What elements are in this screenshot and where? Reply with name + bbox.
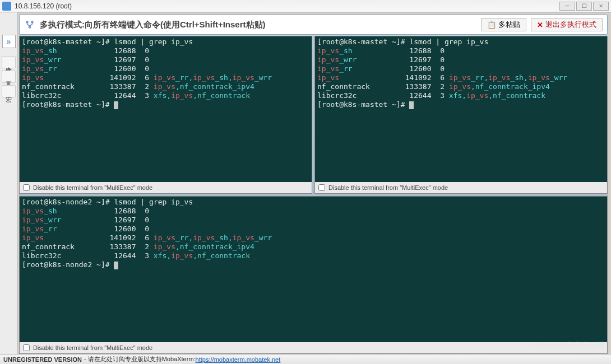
terminal-footer: Disable this terminal from "MultiExec" m… — [20, 182, 312, 193]
multi-paste-button[interactable]: 📋 多粘贴 — [481, 18, 526, 31]
terminal-pane: [root@k8s-mastet ~]# lsmod | grep ip_vs … — [19, 36, 312, 194]
terminal-output[interactable]: [root@k8s-mastet ~]# lsmod | grep ip_vs … — [315, 36, 607, 182]
status-bar: UNREGISTERED VERSION - 请在此处订阅专业版以支持MobaX… — [0, 354, 611, 364]
window-controls: ─ ☐ ✕ — [559, 2, 609, 11]
paste-icon: 📋 — [487, 21, 496, 29]
minimize-button[interactable]: ─ — [559, 2, 575, 11]
terminal-pane: [root@k8s-nonde2 ~]# lsmod | grep ip_vs … — [19, 196, 608, 354]
multi-paste-label: 多粘贴 — [498, 20, 520, 30]
terminal-pane: [root@k8s-mastet ~]# lsmod | grep ip_vs … — [314, 36, 608, 194]
sidebar-tab[interactable]: 宏 — [2, 85, 16, 97]
sidebar-tab[interactable]: 会话夹 — [2, 56, 16, 68]
sidebar-tab[interactable]: 工具 — [2, 71, 16, 83]
unregistered-label: UNREGISTERED VERSION — [3, 356, 82, 363]
fork-icon — [24, 19, 35, 30]
svg-point-2 — [29, 26, 31, 28]
maximize-button[interactable]: ☐ — [576, 2, 592, 11]
terminal-output[interactable]: [root@k8s-mastet ~]# lsmod | grep ip_vs … — [20, 36, 312, 182]
multiexec-toolbar: 多执行模式:向所有终端键入命令(使用Ctrl+Shift+Insert粘贴) 📋… — [19, 15, 608, 35]
terminal-footer: Disable this terminal from "MultiExec" m… — [315, 182, 607, 193]
expand-sidebar-button[interactable]: » — [2, 35, 16, 48]
disable-terminal-checkbox[interactable] — [318, 184, 325, 191]
close-icon: ✕ — [537, 21, 543, 29]
close-button[interactable]: ✕ — [593, 2, 609, 11]
terminal-output[interactable]: [root@k8s-nonde2 ~]# lsmod | grep ip_vs … — [20, 197, 607, 342]
disable-terminal-checkbox[interactable] — [23, 184, 30, 191]
disable-terminal-label: Disable this terminal from "MultiExec" m… — [33, 344, 152, 351]
disable-terminal-checkbox[interactable] — [23, 344, 30, 351]
disable-terminal-label: Disable this terminal from "MultiExec" m… — [33, 184, 152, 191]
exit-multiexec-button[interactable]: ✕ 退出多执行模式 — [531, 18, 603, 31]
svg-point-0 — [26, 21, 28, 23]
terminal-footer: Disable this terminal from "MultiExec" m… — [20, 342, 607, 353]
left-sidebar: » 会话夹工具宏 — [0, 12, 18, 354]
multiexec-label: 多执行模式:向所有终端键入命令(使用Ctrl+Shift+Insert粘贴) — [40, 20, 476, 30]
window-title: 10.8.156.120 (root) — [15, 2, 559, 10]
app-icon — [2, 2, 11, 11]
exit-multiexec-label: 退出多执行模式 — [545, 20, 596, 30]
terminal-grid: [root@k8s-mastet ~]# lsmod | grep ip_vs … — [19, 36, 608, 354]
status-text: - 请在此处订阅专业版以支持MobaXterm: — [84, 355, 196, 363]
mobaxterm-link[interactable]: https://mobaxterm.mobatek.net — [196, 356, 281, 363]
disable-terminal-label: Disable this terminal from "MultiExec" m… — [328, 184, 448, 191]
window-titlebar: 10.8.156.120 (root) ─ ☐ ✕ — [0, 0, 611, 12]
svg-point-1 — [31, 21, 33, 23]
